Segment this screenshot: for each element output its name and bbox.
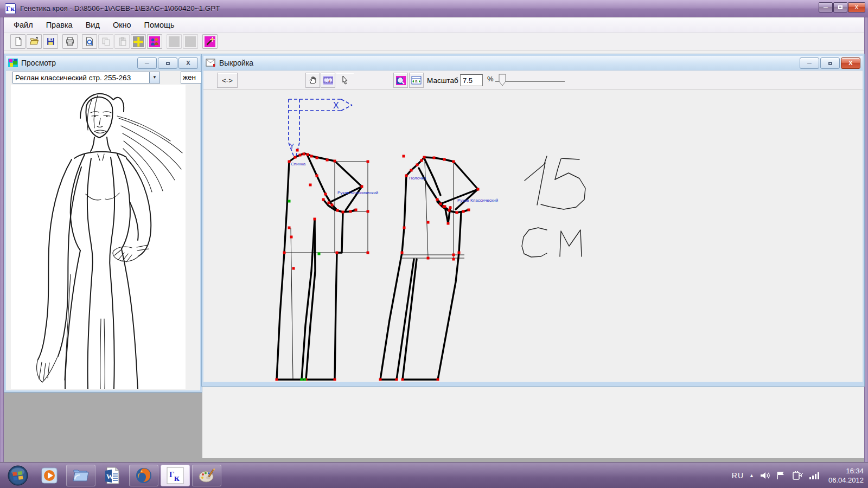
taskbar-word-button[interactable]: W (98, 465, 127, 486)
taskbar-explorer-button[interactable] (66, 465, 95, 486)
model-select[interactable]: Реглан классический стр. 255-263 ▼ (12, 72, 160, 84)
pattern-point-selected[interactable] (318, 253, 321, 255)
pattern-point[interactable] (395, 378, 398, 381)
save-button[interactable] (43, 34, 58, 49)
language-indicator[interactable]: RU (732, 471, 744, 480)
menu-item-3[interactable]: Окно (106, 18, 138, 31)
pattern-point[interactable] (367, 252, 369, 254)
table-width-button[interactable]: a (409, 73, 424, 88)
pattern-point[interactable] (423, 156, 426, 159)
tool-blank-2-button[interactable] (183, 34, 198, 49)
preview-restore-button[interactable] (158, 57, 177, 69)
pattern-point-selected[interactable] (288, 200, 291, 203)
pattern-point[interactable] (334, 160, 336, 163)
zoom-preview-button[interactable] (393, 73, 408, 88)
pattern-point[interactable] (288, 160, 291, 163)
open-file-button[interactable] (27, 34, 42, 49)
cross-tool-button[interactable] (131, 34, 146, 49)
pattern-point[interactable] (452, 254, 455, 256)
menu-item-2[interactable]: Вид (79, 18, 106, 31)
pattern-point[interactable] (456, 211, 458, 214)
tray-chevron-icon[interactable]: ▲ (749, 473, 754, 478)
pattern-point[interactable] (361, 185, 363, 188)
pattern-point[interactable] (401, 252, 404, 254)
preview-titlebar[interactable]: Просмотр ─ X (6, 56, 200, 70)
new-document-button[interactable] (10, 34, 25, 49)
copy-button[interactable] (98, 34, 113, 49)
paste-button[interactable] (114, 34, 130, 49)
pattern-point[interactable] (296, 149, 299, 152)
taskbar-genetika-kroya-button[interactable]: Г к (161, 465, 190, 486)
taskbar-media-player-button[interactable] (35, 465, 64, 486)
pattern-point[interactable] (314, 218, 316, 221)
pattern-point-selected[interactable] (304, 378, 307, 381)
slider-thumb[interactable] (499, 74, 506, 89)
pattern-point[interactable] (458, 252, 461, 254)
pattern-minimize-button[interactable]: ─ (800, 57, 819, 69)
pattern-point[interactable] (276, 378, 278, 381)
pattern-point[interactable] (326, 159, 329, 162)
pattern-point[interactable] (401, 378, 404, 381)
pattern-point[interactable] (294, 156, 297, 159)
pattern-point[interactable] (468, 209, 470, 211)
pattern-point[interactable] (336, 252, 339, 254)
network-signal-icon[interactable] (809, 471, 820, 480)
pattern-canvas[interactable]: СпинкаРукав КлассическийПолочкаРукав Кла… (203, 90, 863, 381)
pattern-point[interactable] (448, 209, 451, 212)
pattern-point-selected[interactable] (301, 378, 303, 381)
preview-minimize-button[interactable]: ─ (137, 57, 157, 69)
pattern-point[interactable] (349, 210, 352, 213)
pattern-point[interactable] (336, 209, 339, 212)
tool-blank-1-button[interactable] (167, 34, 182, 49)
pattern-point[interactable] (303, 153, 305, 156)
pattern-point[interactable] (420, 159, 423, 162)
pattern-point[interactable] (299, 154, 302, 157)
pattern-point[interactable] (443, 158, 446, 161)
pattern-point[interactable] (403, 155, 405, 158)
pattern-point[interactable] (444, 206, 446, 208)
pattern-point[interactable] (405, 175, 408, 177)
pattern-point[interactable] (477, 188, 480, 191)
main-titlebar[interactable]: Гк Генетика кроя - D:\8506~1\ACEB~1\E3AC… (0, 0, 868, 17)
pattern-point[interactable] (379, 378, 382, 381)
pattern-point[interactable] (310, 155, 313, 158)
pattern-close-button[interactable]: X (841, 57, 860, 69)
pattern-point[interactable] (439, 203, 442, 206)
pattern-point[interactable] (436, 198, 439, 201)
menu-item-1[interactable]: Правка (40, 18, 79, 31)
pattern-point[interactable] (452, 160, 455, 163)
pattern-point[interactable] (433, 157, 436, 159)
pattern-point[interactable] (416, 164, 419, 166)
clients-button[interactable] (147, 34, 162, 49)
pattern-point[interactable] (316, 175, 318, 177)
maximize-button[interactable] (833, 2, 847, 12)
pattern-point[interactable] (449, 207, 452, 209)
select-tool-button[interactable] (336, 73, 354, 88)
pattern-point[interactable] (462, 210, 465, 213)
pattern-point[interactable] (316, 157, 318, 159)
minimize-button[interactable]: ─ (819, 2, 833, 12)
print-button[interactable] (62, 34, 78, 49)
pattern-restore-button[interactable] (820, 57, 840, 69)
taskbar-paint-button[interactable] (192, 465, 221, 486)
pattern-point[interactable] (331, 204, 334, 207)
pattern-point[interactable] (322, 198, 325, 201)
pattern-point[interactable] (342, 211, 344, 214)
pattern-point[interactable] (334, 378, 336, 381)
pattern-point[interactable] (447, 222, 450, 225)
preview-close-button[interactable]: X (178, 57, 198, 69)
pattern-point[interactable] (324, 193, 327, 196)
pan-tool-button[interactable] (305, 73, 320, 88)
clock[interactable]: 16:34 06.04.2012 (828, 466, 864, 485)
pattern-point[interactable] (309, 184, 312, 187)
menu-item-4[interactable]: Помощь (138, 18, 181, 31)
pattern-point[interactable] (437, 378, 439, 381)
pattern-point[interactable] (452, 258, 455, 261)
pattern-point[interactable] (292, 267, 295, 270)
pattern-point[interactable] (427, 257, 430, 260)
measure-tool-button[interactable]: 1 (321, 73, 335, 88)
pattern-point[interactable] (283, 252, 286, 254)
menu-item-0[interactable]: Файл (7, 18, 40, 31)
pattern-point[interactable] (355, 209, 358, 211)
pattern-point[interactable] (427, 221, 430, 224)
